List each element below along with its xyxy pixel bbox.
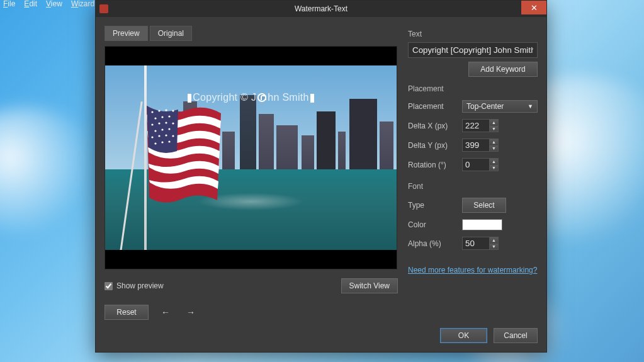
show-preview-input[interactable]	[105, 282, 113, 290]
svg-point-7	[151, 123, 153, 125]
delta-x-up-icon[interactable]: ▲	[490, 120, 498, 126]
watermark-text-dialog: Watermark-Text ✕ Preview Original	[95, 0, 547, 353]
svg-point-10	[172, 122, 174, 124]
delta-x-input[interactable]	[462, 119, 490, 132]
svg-point-19	[161, 141, 163, 143]
show-preview-checkbox[interactable]: Show preview	[105, 281, 164, 290]
section-text-title: Text	[408, 30, 538, 38]
cursor-grab-icon	[257, 93, 266, 102]
delta-y-down-icon[interactable]: ▼	[490, 145, 498, 152]
show-preview-label: Show preview	[116, 281, 164, 290]
placement-label: Placement	[408, 102, 462, 111]
svg-point-12	[161, 128, 163, 130]
watermark-text-input[interactable]	[408, 42, 538, 58]
svg-point-9	[165, 122, 167, 123]
color-swatch[interactable]	[462, 219, 502, 230]
alpha-spinner[interactable]: ▲▼	[462, 237, 499, 250]
svg-point-14	[151, 136, 153, 138]
svg-point-11	[154, 130, 156, 132]
alpha-down-icon[interactable]: ▼	[490, 244, 498, 250]
svg-point-8	[158, 122, 160, 124]
add-keyword-button[interactable]: Add Keyword	[468, 62, 538, 77]
resize-handle-right[interactable]	[310, 94, 314, 103]
tab-original[interactable]: Original	[150, 26, 192, 41]
rotation-spinner[interactable]: ▲▼	[462, 158, 499, 171]
close-button[interactable]: ✕	[521, 1, 546, 14]
titlebar: Watermark-Text ✕	[96, 1, 546, 17]
switch-view-button[interactable]: Switch View	[341, 278, 398, 293]
resize-handle-left[interactable]	[188, 94, 191, 103]
undo-arrow-icon[interactable]: ←	[157, 306, 174, 319]
alpha-input[interactable]	[462, 237, 490, 250]
redo-arrow-icon[interactable]: →	[183, 306, 199, 319]
svg-point-18	[154, 142, 156, 144]
rotation-up-icon[interactable]: ▲	[490, 159, 498, 165]
svg-point-1	[158, 110, 160, 111]
section-placement-title: Placement	[408, 84, 538, 93]
rotation-down-icon[interactable]: ▼	[490, 165, 498, 171]
ok-button[interactable]: OK	[440, 328, 487, 343]
svg-point-16	[165, 134, 167, 136]
menu-file[interactable]: File	[3, 0, 15, 8]
section-font-title: Font	[408, 182, 538, 191]
delta-x-spinner[interactable]: ▲▼	[462, 119, 499, 132]
placement-value: Top-Center	[466, 102, 504, 111]
font-alpha-label: Alpha (%)	[408, 239, 462, 248]
svg-point-20	[168, 140, 170, 142]
rotation-input[interactable]	[462, 158, 490, 171]
watermark-overlay[interactable]: Copyright © Jhn Smith	[105, 92, 397, 103]
menu-wizard[interactable]: Wizard	[71, 0, 94, 8]
svg-point-17	[172, 135, 174, 137]
menu-edit[interactable]: Edit	[24, 0, 37, 8]
svg-point-0	[151, 111, 153, 113]
rotation-label: Rotation (°)	[408, 161, 462, 169]
preview-image[interactable]: Copyright © Jhn Smith	[105, 46, 397, 269]
delta-x-label: Delta X (px)	[408, 122, 462, 130]
more-features-link[interactable]: Need more features for watermarking?	[408, 266, 538, 274]
svg-point-6	[168, 115, 170, 117]
preview-tabs: Preview Original	[105, 26, 398, 41]
svg-point-5	[161, 116, 163, 118]
svg-point-4	[154, 117, 156, 119]
alpha-up-icon[interactable]: ▲	[490, 237, 498, 244]
font-color-label: Color	[408, 220, 462, 229]
delta-y-input[interactable]	[462, 139, 490, 152]
menu-view[interactable]: View	[46, 0, 62, 8]
svg-point-13	[168, 128, 170, 130]
close-icon: ✕	[531, 3, 538, 13]
font-select-button[interactable]: Select	[462, 198, 506, 213]
cancel-button[interactable]: Cancel	[494, 328, 538, 343]
app-icon	[99, 4, 108, 13]
font-type-label: Type	[408, 201, 462, 210]
delta-y-spinner[interactable]: ▲▼	[462, 139, 499, 152]
svg-point-2	[165, 109, 167, 111]
watermark-text-preview: Copyright © Jhn Smith	[193, 92, 309, 103]
delta-y-label: Delta Y (px)	[408, 141, 462, 150]
delta-x-down-icon[interactable]: ▼	[490, 126, 498, 132]
placement-select[interactable]: Top-Center ▼	[462, 100, 538, 113]
flag-graphic	[147, 106, 222, 213]
reset-button[interactable]: Reset	[105, 305, 149, 320]
tab-preview[interactable]: Preview	[105, 26, 148, 41]
window-title: Watermark-Text	[96, 4, 546, 13]
svg-point-3	[172, 110, 174, 111]
delta-y-up-icon[interactable]: ▲	[490, 139, 498, 145]
chevron-down-icon: ▼	[528, 103, 533, 110]
svg-point-15	[158, 135, 160, 137]
